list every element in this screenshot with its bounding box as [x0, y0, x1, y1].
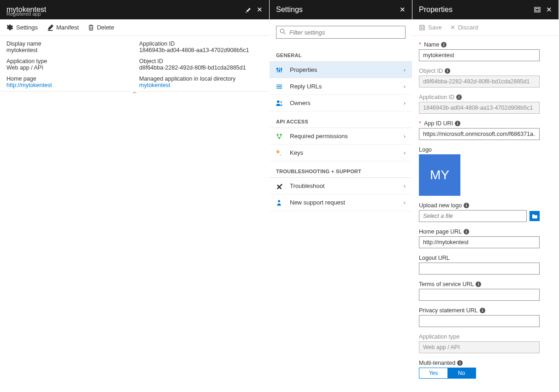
menu-label: Properties [290, 66, 404, 73]
svg-point-9 [277, 150, 280, 153]
svg-point-10 [278, 200, 280, 202]
manifest-button[interactable]: Manifest [47, 24, 79, 31]
upload-input[interactable] [419, 210, 527, 222]
app-blade: mytokentest Registered app ✕ Settings [0, 0, 270, 392]
info-icon[interactable]: i [456, 94, 462, 100]
toggle-yes[interactable]: Yes [419, 368, 447, 378]
tos-input[interactable] [419, 289, 540, 301]
multi-toggle[interactable]: Yes No [419, 368, 476, 379]
key-icon [276, 150, 285, 156]
delete-button[interactable]: Delete [88, 24, 114, 31]
svg-point-4 [277, 100, 280, 103]
svg-rect-11 [535, 7, 540, 12]
appiduri-input[interactable] [419, 128, 540, 140]
save-label: Save [428, 24, 442, 31]
tos-label: Terms of service URL [419, 281, 474, 287]
info-icon[interactable]: i [441, 42, 447, 47]
save-button[interactable]: Save [419, 24, 442, 31]
name-input[interactable] [419, 49, 540, 61]
appid-input [419, 102, 540, 114]
pencil-icon [47, 24, 53, 31]
logout-input[interactable] [419, 263, 540, 275]
delete-label: Delete [97, 24, 114, 31]
app-type-label: Application type [6, 58, 135, 64]
menu-new-support[interactable]: New support request › [270, 194, 412, 211]
trash-icon [88, 24, 94, 31]
app-toolbar: Settings Manifest Delete [0, 19, 269, 36]
app-id-value: 1846943b-ad04-4808-aa13-4702d908b5c1 [139, 47, 263, 53]
menu-owners[interactable]: Owners › [270, 95, 412, 111]
multi-label: Multi-tenanted [419, 360, 455, 366]
collapse-icon[interactable]: ︽ [130, 88, 139, 95]
folder-icon [532, 214, 538, 219]
maximize-icon[interactable] [534, 7, 541, 12]
info-icon[interactable]: i [476, 281, 481, 287]
info-icon[interactable]: i [445, 68, 450, 74]
svg-point-5 [280, 101, 282, 103]
discard-button[interactable]: ✕ Discard [450, 24, 478, 31]
wrench-icon [276, 183, 285, 189]
discard-label: Discard [458, 24, 478, 31]
logout-label: Logout URL [419, 255, 450, 261]
home-input[interactable] [419, 236, 540, 248]
svg-point-6 [277, 134, 278, 135]
managed-app-label: Managed application in local directory [139, 76, 263, 82]
app-type-value: Web app / API [6, 64, 135, 71]
svg-point-2 [279, 70, 280, 71]
menu-label: Owners [290, 99, 404, 106]
object-id-value: d8f64bba-2282-492d-80f8-bd1cda2885d1 [139, 64, 263, 71]
app-subtitle: Registered app [6, 11, 41, 17]
menu-keys[interactable]: Keys › [270, 145, 412, 161]
section-api: API ACCESS [270, 111, 412, 128]
svg-point-1 [277, 68, 278, 70]
pin-icon[interactable] [245, 6, 251, 13]
chevron-right-icon: › [404, 99, 406, 106]
chevron-right-icon: › [404, 66, 406, 73]
chevron-right-icon: › [404, 182, 406, 189]
info-icon[interactable]: i [464, 203, 469, 208]
upload-label: Upload new logo [419, 202, 462, 209]
close-icon[interactable]: ✕ [546, 6, 552, 14]
settings-header: Settings ✕ [270, 0, 412, 19]
privacy-label: Privacy statement URL [419, 307, 478, 314]
privacy-input[interactable] [419, 315, 540, 327]
home-label: Home page URL [419, 228, 462, 235]
object-id-label: Object ID [139, 58, 263, 64]
info-icon[interactable]: i [457, 360, 463, 366]
discard-icon: ✕ [450, 24, 455, 31]
section-support: TROUBLESHOOTING + SUPPORT [270, 161, 412, 178]
objectid-label: Object ID [419, 68, 443, 74]
info-icon[interactable]: i [455, 121, 460, 126]
svg-point-0 [280, 29, 284, 33]
menu-label: Required permissions [290, 133, 404, 140]
toggle-no[interactable]: No [447, 368, 476, 378]
permissions-icon [276, 133, 285, 140]
properties-toolbar: Save ✕ Discard [412, 19, 559, 36]
menu-reply-urls[interactable]: Reply URLs › [270, 78, 412, 95]
managed-app-link[interactable]: mytokentest [139, 82, 263, 88]
home-page-link[interactable]: http://mytokentest [6, 82, 135, 88]
appid-label: Application ID [419, 94, 454, 100]
apptype-input [419, 341, 540, 353]
apptype-label: Application type [419, 333, 459, 340]
logo-label: Logo [419, 146, 432, 153]
menu-required-permissions[interactable]: Required permissions › [270, 128, 412, 145]
settings-title: Settings [276, 6, 303, 14]
app-info: Display name mytokentest Application ID … [0, 36, 269, 92]
section-general: GENERAL [270, 45, 412, 62]
settings-button[interactable]: Settings [6, 24, 38, 31]
svg-rect-12 [536, 8, 539, 11]
properties-header: Properties ✕ [412, 0, 559, 19]
close-icon[interactable]: ✕ [400, 6, 406, 14]
menu-properties[interactable]: Properties › [270, 62, 412, 78]
search-icon [280, 29, 286, 35]
filter-input[interactable] [276, 26, 406, 39]
menu-label: Reply URLs [290, 83, 404, 90]
browse-button[interactable] [530, 211, 540, 221]
display-name-label: Display name [6, 41, 135, 47]
info-icon[interactable]: i [480, 308, 485, 313]
svg-point-7 [280, 134, 282, 135]
menu-troubleshoot[interactable]: Troubleshoot › [270, 178, 412, 194]
info-icon[interactable]: i [464, 229, 469, 234]
close-icon[interactable]: ✕ [257, 6, 263, 14]
